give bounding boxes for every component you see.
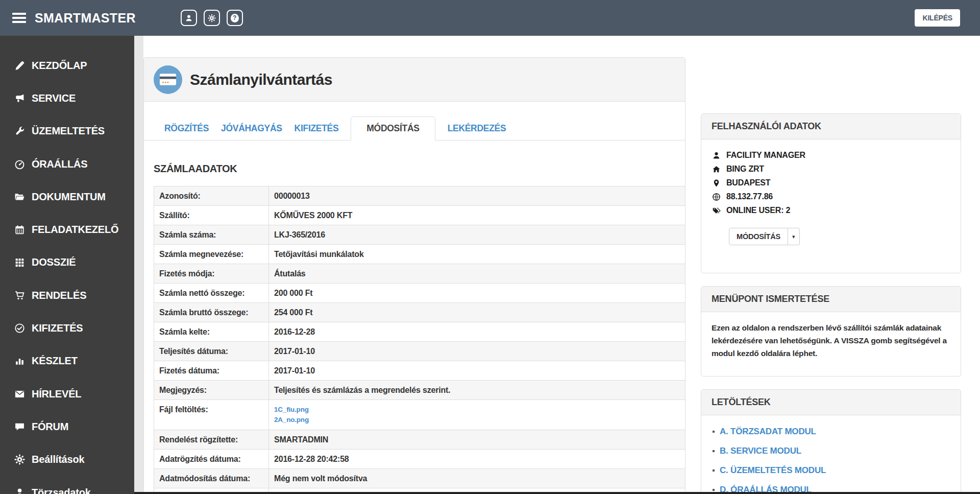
sidebar-item-label: DOKUMENTUM: [32, 191, 106, 203]
page-title: Számlanyilvántartás: [190, 71, 332, 88]
table-row: Számla megnevezése: Tetőjavítási munkála…: [154, 245, 685, 264]
fact-text: FACILITY MANAGER: [726, 151, 805, 160]
table-row: Számla nettó összege: 200 000 Ft: [154, 284, 685, 303]
gear-icon: [208, 14, 216, 22]
sidebar-item-kezdolap[interactable]: KEZDŐLAP: [0, 49, 134, 82]
help-button[interactable]: ?: [227, 10, 243, 26]
row-value: SMARTADMIN: [269, 430, 685, 450]
tab-lekerdezes[interactable]: LEKÉRDEZÉS: [448, 117, 506, 140]
invoice-data-table: Azonosító: 00000013 Szállító: KŐMŰVES 20…: [154, 186, 685, 494]
row-label: Azonosító:: [154, 186, 269, 206]
sidebar-item-beallitasok[interactable]: Beállítások: [0, 443, 134, 476]
tab-rogzites[interactable]: RÖGZÍTÉS: [164, 117, 209, 140]
sidebar-item-dosszie[interactable]: DOSSZIÉ: [0, 246, 134, 279]
top-navbar: SMARTMASTER: [0, 0, 980, 36]
row-label: Fizetés módja:: [154, 264, 269, 284]
table-row: Fizetés módja: Átutalás: [154, 264, 685, 284]
table-row-file-upload: Fájl feltöltés: 1C_fiu.png 2A_no.png: [154, 400, 685, 430]
info-text: Ezen az oldalon a rendszerben lévő száll…: [712, 321, 950, 360]
invoice-card: Számlanyilvántartás RÖGZÍTÉS JÓVÁHAGYÁS …: [143, 57, 685, 494]
fact-text: BING ZRT: [726, 164, 764, 174]
row-value: 2016-12-28 20:42:58: [269, 450, 685, 469]
user-icon: [185, 14, 193, 22]
profile-button[interactable]: [181, 10, 197, 26]
download-link[interactable]: A. TÖRZSADAT MODUL: [720, 427, 816, 437]
sidebar-item-dokumentum[interactable]: DOKUMENTUM: [0, 180, 134, 213]
sidebar-item-hirlevel[interactable]: HÍRLEVÉL: [0, 378, 134, 410]
menu-info-panel: MENÜPONT ISMERTETÉSE Ezen az oldalon a r…: [701, 286, 961, 377]
logout-button[interactable]: KILÉPÉS: [915, 9, 960, 27]
tab-bar: RÖGZÍTÉS JÓVÁHAGYÁS KIFIZETÉS MÓDOSÍTÁS …: [144, 116, 685, 140]
sidebar-item-rendeles[interactable]: RENDELÉS: [0, 279, 134, 312]
sidebar-item-label: FELADATKEZELŐ: [32, 224, 118, 236]
downloads-panel-title: LETÖLTÉSEK: [701, 390, 961, 415]
table-row: Adatrögzítés dátuma: 2016-12-28 20:42:58: [154, 450, 685, 469]
row-label: Számla megnevezése:: [154, 245, 269, 264]
table-row: Számla száma: LKJ-365/2016: [154, 225, 685, 245]
row-label: Számla bruttó összege:: [154, 303, 269, 322]
sidebar-item-kifizetes[interactable]: KIFIZETÉS: [0, 312, 134, 344]
sidebar-item-label: KEZDŐLAP: [32, 60, 87, 72]
sidebar-item-service[interactable]: SERVICE: [0, 82, 134, 114]
modify-dropdown-caret[interactable]: ▾: [788, 228, 800, 245]
bullet-icon: [713, 489, 715, 491]
uploaded-file-link[interactable]: 1C_fiu.png: [274, 405, 680, 415]
globe-icon: [712, 192, 721, 201]
download-item-service[interactable]: B. SERVICE MODUL: [713, 446, 949, 456]
downloads-list: A. TÖRZSADAT MODUL B. SERVICE MODUL C. Ü…: [701, 415, 961, 494]
grid-icon: [14, 257, 25, 268]
company-fact: BING ZRT: [712, 164, 950, 174]
user-facts-list: FACILITY MANAGER BING ZRT BUDAPEST 88.13…: [701, 139, 961, 215]
sidebar-item-label: RENDELÉS: [32, 290, 86, 301]
sidebar-item-uzemeltetes[interactable]: ÜZEMELTETÉS: [0, 115, 134, 148]
download-link[interactable]: C. ÜZEMELTETÉS MODUL: [720, 465, 826, 476]
user-icon: [14, 487, 25, 494]
table-row: Rendelést rögzítette: SMARTADMIN: [154, 430, 685, 450]
sidebar-item-torzsadatok[interactable]: Törzsadatok: [0, 476, 134, 494]
sidebar-item-forum[interactable]: FÓRUM: [0, 410, 134, 443]
download-link[interactable]: B. SERVICE MODUL: [720, 446, 801, 456]
user-data-panel: FELHASZNÁLÓI ADATOK FACILITY MANAGER BIN…: [701, 113, 961, 273]
row-label: Számla kelte:: [154, 322, 269, 342]
table-row: Megjegyzés: Teljesítés és számlázás a me…: [154, 381, 685, 400]
check-circle-icon: [14, 323, 25, 334]
sidebar-item-label: FÓRUM: [32, 421, 68, 433]
fact-text: 88.132.77.86: [726, 192, 773, 201]
sidebar-item-label: KÉSZLET: [32, 355, 78, 367]
uploaded-file-link[interactable]: 2A_no.png: [274, 415, 680, 425]
sidebar-item-keszlet[interactable]: KÉSZLET: [0, 345, 134, 378]
megaphone-icon: [14, 92, 25, 104]
calendar-icon: [14, 224, 25, 236]
download-item-torzsadat[interactable]: A. TÖRZSADAT MODUL: [713, 427, 949, 437]
user-panel-title: FELHASZNÁLÓI ADATOK: [701, 114, 961, 139]
table-row: Számla bruttó összege: 254 000 Ft: [154, 303, 685, 322]
table-row: Azonosító: 00000013: [154, 186, 685, 206]
tab-jovahagyas[interactable]: JÓVÁHAGYÁS: [221, 117, 282, 140]
download-item-uzemeltetes[interactable]: C. ÜZEMELTETÉS MODUL: [713, 465, 949, 476]
row-label: Adatrögzítés dátuma:: [154, 450, 269, 469]
settings-button[interactable]: [204, 10, 220, 26]
home-icon: [712, 164, 721, 174]
comment-icon: [14, 421, 25, 432]
table-row: Adatmódosítás dátuma: Még nem volt módos…: [154, 469, 685, 488]
envelope-icon: [14, 388, 25, 399]
user-icon: [712, 151, 721, 160]
fact-text: ONLINE USER: 2: [726, 206, 790, 215]
sidebar-item-oraallas[interactable]: ÓRAÁLLÁS: [0, 148, 134, 180]
modify-button[interactable]: MÓDOSÍTÁS: [729, 228, 788, 245]
hamburger-menu-icon[interactable]: [12, 13, 26, 23]
row-label: Fizetés dátuma:: [154, 361, 269, 381]
question-icon: ?: [231, 14, 239, 22]
row-value: KŐMŰVES 2000 KFT: [269, 206, 685, 225]
info-panel-body: Ezen az oldalon a rendszerben lévő száll…: [701, 312, 961, 369]
app-screen: SMARTMASTER: [0, 0, 980, 494]
bullet-icon: [713, 469, 715, 472]
tab-modositas-active[interactable]: MÓDOSÍTÁS: [351, 116, 435, 140]
row-value: 1C_fiu.png 2A_no.png: [269, 400, 685, 430]
row-value: Átutalás: [269, 264, 685, 284]
row-label: Szállító:: [154, 206, 269, 225]
sidebar-item-feladatkezelo[interactable]: FELADATKEZELŐ: [0, 213, 134, 246]
downloads-panel: LETÖLTÉSEK A. TÖRZSADAT MODUL B. SERVICE…: [701, 389, 961, 494]
cart-icon: [14, 290, 25, 301]
tab-kifizetes[interactable]: KIFIZETÉS: [295, 117, 339, 140]
